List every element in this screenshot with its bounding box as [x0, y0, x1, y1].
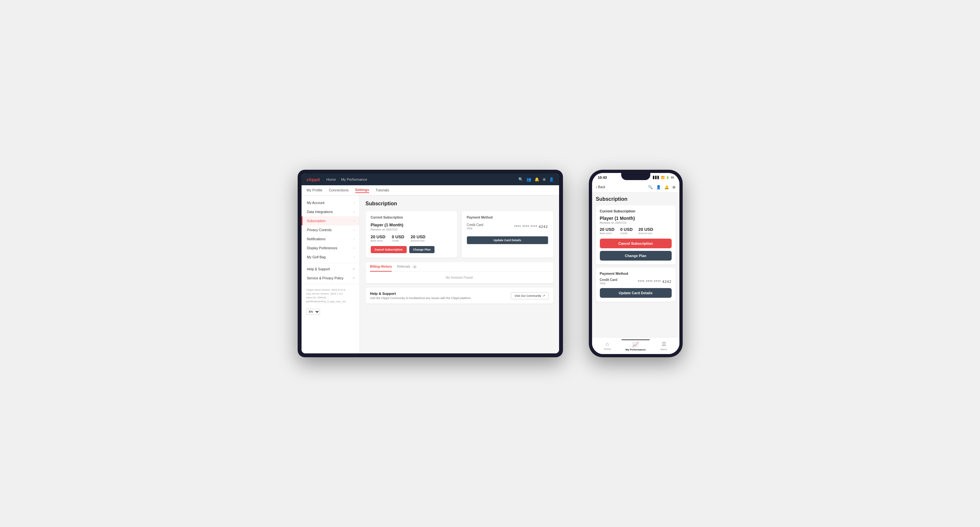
external-link-icon: ↗	[352, 276, 355, 280]
credit-label: Credit	[392, 239, 404, 242]
tab-billing-history[interactable]: Billing History	[370, 262, 392, 271]
change-plan-button[interactable]: Change Plan	[409, 246, 435, 253]
phone-cc-info: Credit Card Visa	[600, 278, 617, 285]
help-section: Help & Support Visit the Clippd Communit…	[366, 288, 553, 303]
chevron-icon: ›	[354, 219, 355, 222]
signal-icon: ▋▋▋	[653, 176, 660, 179]
back-button[interactable]: ‹ Back	[596, 185, 605, 189]
wifi-icon: 📶	[661, 176, 665, 179]
tab-connections[interactable]: Connections	[329, 188, 348, 193]
sidebar-divider	[302, 263, 360, 263]
people-icon[interactable]: 👥	[527, 177, 531, 182]
sidebar-lang-selector[interactable]: EN FR DE	[306, 308, 355, 314]
phone-credit-amount: 0 USD	[620, 227, 633, 232]
tablet-content: My Account › Data Integrations › Subscri…	[302, 195, 559, 353]
payment-method-label: Payment Method	[467, 216, 548, 219]
phone-cc-number: **** **** **** 4242	[638, 280, 671, 284]
sidebar-item-subscription[interactable]: Subscription ›	[302, 216, 360, 225]
phone-topnav-icons: 🔍 👤 🔔 ⊕	[648, 185, 676, 189]
phone-nav-menu[interactable]: ☰ Menu	[650, 340, 678, 352]
sidebar-item-helpsupport[interactable]: Help & Support ↗	[302, 265, 360, 273]
plan-name: Player (1 Month)	[371, 222, 452, 227]
phone-plan-renew: Renews on 25/07/23	[600, 221, 672, 224]
phone-subscription-label: Current Subscription	[600, 209, 672, 213]
help-icon[interactable]: ⊕	[542, 177, 546, 182]
plan-prices: 20 USD Base price 0 USD Credit 20 USD Am…	[371, 234, 452, 242]
sidebar-footer: Clippd Client Version: 2023.07.6-8 GQL S…	[302, 286, 360, 306]
sidebar-item-mygolfbag[interactable]: My Golf Bag ›	[302, 252, 360, 262]
referrals-badge: 0	[412, 265, 417, 269]
phone-content: Subscription Current Subscription Player…	[592, 192, 679, 337]
update-card-details-button[interactable]: Update Card Details	[467, 237, 548, 244]
phone-base-label: Base price	[600, 232, 615, 235]
search-icon[interactable]: 🔍	[648, 185, 653, 189]
phone-update-card-button[interactable]: Update Card Details	[600, 288, 672, 298]
external-link-icon: ↗	[352, 267, 355, 271]
tablet-topnav: clippd Home My Performance 🔍 👥 🔔 ⊕ 👤	[302, 174, 559, 185]
tab-tutorials[interactable]: Tutorials	[375, 188, 389, 193]
tab-myprofile[interactable]: My Profile	[307, 188, 323, 193]
tablet-nav-performance[interactable]: My Performance	[341, 178, 367, 181]
phone-amount-due-amount: 20 USD	[638, 227, 653, 232]
page-title: Subscription	[366, 201, 553, 206]
subscription-buttons: Cancel Subscription Change Plan	[371, 246, 452, 253]
phone-time: 10:43	[598, 176, 607, 179]
cc-info: Credit Card Visa	[467, 223, 484, 230]
visit-community-button[interactable]: Visit Our Community ↗	[511, 292, 549, 299]
language-select[interactable]: EN FR DE	[306, 309, 320, 314]
add-icon[interactable]: ⊕	[672, 185, 676, 189]
tab-settings[interactable]: Settings	[355, 188, 369, 193]
tablet-subnav: My Profile Connections Settings Tutorial…	[302, 185, 559, 195]
amount-due-item: 20 USD Amount due	[410, 234, 425, 242]
billing-section: Billing History Referrals 0 No Invoices …	[366, 262, 553, 283]
tablet-topnav-icons: 🔍 👥 🔔 ⊕ 👤	[518, 177, 554, 182]
amount-due-label: Amount due	[410, 239, 425, 242]
bell-icon[interactable]: 🔔	[535, 177, 539, 182]
chevron-icon: ›	[354, 237, 355, 241]
phone-plan-name: Player (1 Month)	[600, 216, 672, 221]
battery-percent: 85	[671, 176, 674, 179]
phone-page-title: Subscription	[596, 196, 676, 202]
cancel-subscription-button[interactable]: Cancel Subscription	[371, 246, 407, 253]
base-price-amount: 20 USD	[371, 234, 386, 239]
tab-referrals[interactable]: Referrals 0	[397, 262, 417, 271]
phone-change-plan-button[interactable]: Change Plan	[600, 251, 672, 260]
phone-cancel-button[interactable]: Cancel Subscription	[600, 239, 672, 248]
performance-icon: 📈	[632, 341, 639, 348]
phone-subscription-card: Current Subscription Player (1 Month) Re…	[596, 205, 676, 265]
billing-tabs: Billing History Referrals 0	[366, 262, 553, 272]
tablet-screen: clippd Home My Performance 🔍 👥 🔔 ⊕ 👤 My …	[302, 174, 559, 353]
help-description: Visit the Clippd Community to troublesho…	[370, 297, 472, 300]
cc-brand: Visa	[467, 227, 484, 230]
payment-row: Credit Card Visa **** **** **** 4242	[467, 223, 548, 230]
payment-card: Payment Method Credit Card Visa **** ***…	[462, 211, 553, 258]
bell-icon[interactable]: 🔔	[664, 185, 669, 189]
phone-cc-type: Credit Card	[600, 278, 617, 282]
sidebar-item-privacypolicy[interactable]: Service & Privacy Policy ↗	[302, 273, 360, 283]
sidebar-item-dataintegrations[interactable]: Data Integrations ›	[302, 207, 360, 216]
phone-device: 10:43 ▋▋▋ 📶 🔋 85 ‹ Back 🔍 👤 🔔 ⊕ Sub	[589, 170, 682, 357]
phone-bottomnav: ⌂ Home 📈 My Performance ☰ Menu	[592, 337, 679, 354]
phone-nav-home[interactable]: ⌂ Home	[593, 340, 622, 352]
phone-credit: 0 USD Credit	[620, 227, 633, 235]
sidebar-item-myaccount[interactable]: My Account ›	[302, 198, 360, 207]
phone-credit-label: Credit	[620, 232, 633, 235]
user-avatar-icon[interactable]: 👤	[549, 177, 554, 182]
credit-amount: 0 USD	[392, 234, 404, 239]
sidebar-item-displaypreferences[interactable]: Display Preferences ›	[302, 243, 360, 252]
chevron-icon: ›	[354, 201, 355, 204]
sidebar-item-privacycontrols[interactable]: Privacy Controls ›	[302, 225, 360, 234]
base-price-item: 20 USD Base price	[371, 234, 386, 242]
cc-number: **** **** **** 4242	[514, 225, 548, 229]
chevron-icon: ›	[354, 256, 355, 259]
credit-item: 0 USD Credit	[392, 234, 404, 242]
tablet-nav-home[interactable]: Home	[326, 178, 336, 181]
person-icon[interactable]: 👤	[656, 185, 661, 189]
phone-status-icons: ▋▋▋ 📶 🔋 85	[653, 176, 674, 179]
chevron-icon: ›	[354, 246, 355, 249]
battery-icon: 🔋	[666, 176, 670, 179]
menu-icon: ☰	[662, 341, 666, 347]
sidebar-item-notifications[interactable]: Notifications ›	[302, 234, 360, 243]
search-icon[interactable]: 🔍	[518, 177, 523, 182]
phone-nav-performance[interactable]: 📈 My Performance	[622, 340, 650, 352]
